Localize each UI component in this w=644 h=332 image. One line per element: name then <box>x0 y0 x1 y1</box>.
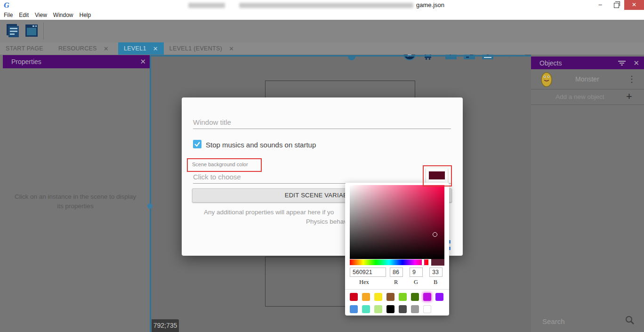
restore-button[interactable] <box>609 0 623 10</box>
field-underline <box>193 129 451 129</box>
preset-swatch[interactable] <box>423 293 431 301</box>
current-color-swatch <box>431 259 444 266</box>
g-label: G <box>414 279 418 286</box>
menu-edit[interactable]: Edit <box>19 12 34 18</box>
g-input[interactable] <box>410 267 423 277</box>
preset-swatch[interactable] <box>374 305 382 313</box>
tab-level1-events[interactable]: LEVEL1 (EVENTS)✕ <box>164 42 240 55</box>
preset-swatch[interactable] <box>350 305 358 313</box>
annotation-box-scene-bg-label <box>187 158 262 172</box>
canvas-top-guide <box>151 55 531 57</box>
tab-level1[interactable]: LEVEL1✕ <box>118 42 164 55</box>
preset-swatch[interactable] <box>386 293 394 301</box>
title-filename: game.json <box>416 1 444 8</box>
restore-icon <box>614 3 619 8</box>
b-input[interactable] <box>429 267 443 277</box>
redacted-title-path <box>239 3 413 8</box>
click-to-choose-field[interactable]: Click to choose <box>193 173 241 181</box>
menu-view[interactable]: View <box>35 12 52 18</box>
saturation-area[interactable] <box>350 185 444 259</box>
saturation-cursor[interactable] <box>433 232 437 237</box>
objects-search-field[interactable]: Search <box>531 311 644 332</box>
kebab-menu-icon[interactable]: ⋮ <box>628 73 636 86</box>
gdevelop-logo-icon: G <box>3 1 12 9</box>
r-input[interactable] <box>390 267 403 277</box>
stop-music-checkbox[interactable] <box>193 140 201 148</box>
monster-thumbnail-icon <box>540 71 553 87</box>
tab-resources[interactable]: RESOURCES✕ <box>53 42 114 55</box>
tab-bar: START PAGE RESOURCES✕ LEVEL1✕ LEVEL1 (EV… <box>0 42 644 55</box>
close-window-button[interactable]: ✕ <box>624 0 644 10</box>
preset-swatch[interactable] <box>350 293 358 301</box>
project-manager-icon[interactable] <box>5 23 21 39</box>
preset-swatch[interactable] <box>411 293 419 301</box>
properties-panel-header: Properties ✕ <box>3 55 151 68</box>
cursor-coordinates-badge: 792;735 <box>152 319 179 332</box>
object-name: Monster <box>575 75 599 83</box>
start-page-icon[interactable] <box>24 23 40 39</box>
properties-panel-title: Properties <box>11 58 41 65</box>
plus-icon: + <box>626 90 632 103</box>
preset-swatch[interactable] <box>399 293 407 301</box>
menu-help[interactable]: Help <box>80 12 97 18</box>
filter-icon[interactable] <box>618 60 626 66</box>
object-row-monster[interactable]: Monster ⋮ <box>531 69 644 89</box>
objects-panel-header: Objects ✕ <box>531 57 644 69</box>
guide-handle-left[interactable] <box>147 203 153 209</box>
preset-swatch[interactable] <box>399 305 407 313</box>
tab-close-icon[interactable]: ✕ <box>229 45 234 52</box>
preset-swatch[interactable] <box>435 293 443 301</box>
objects-panel-title: Objects <box>539 59 562 67</box>
hue-slider[interactable] <box>350 259 428 265</box>
tab-close-icon[interactable]: ✕ <box>104 45 109 52</box>
color-picker-popup: Hex R G B <box>345 183 449 316</box>
preset-swatches <box>350 293 446 313</box>
preset-swatch[interactable] <box>362 293 370 301</box>
add-object-row[interactable]: Add a new object + <box>531 89 644 105</box>
title-bar: G game.json – ✕ <box>0 0 644 11</box>
hex-label: Hex <box>359 279 369 286</box>
preset-swatch[interactable] <box>374 293 382 301</box>
tab-start-page[interactable]: START PAGE <box>0 42 49 55</box>
annotation-box-color-swatch <box>423 165 452 186</box>
menu-bar: File Edit View Window Help <box>0 10 644 20</box>
minimize-button[interactable]: – <box>593 0 607 10</box>
canvas-left-guide <box>150 55 151 332</box>
toolbar: 1:1 <box>0 20 644 42</box>
r-label: R <box>394 279 398 286</box>
preset-swatch[interactable] <box>411 305 419 313</box>
properties-hint: Click on an instance in the scene to dis… <box>0 192 151 211</box>
close-icon[interactable]: ✕ <box>140 57 146 66</box>
hex-input[interactable] <box>350 267 386 277</box>
dialog-caption-line1: Any additional properties will appear he… <box>204 209 334 216</box>
close-icon[interactable]: ✕ <box>633 59 639 67</box>
tab-close-icon[interactable]: ✕ <box>153 45 158 52</box>
guide-handle-top[interactable] <box>348 57 355 60</box>
menu-window[interactable]: Window <box>53 12 79 18</box>
properties-panel: Properties ✕ Click on an instance in the… <box>0 55 151 332</box>
window-title-field[interactable]: Window title <box>193 118 231 126</box>
hue-slider-handle[interactable] <box>422 259 424 266</box>
preset-swatch[interactable] <box>362 305 370 313</box>
objects-panel: Objects ✕ Monster ⋮ Add a new object + S… <box>531 55 644 332</box>
add-object-label: Add a new object <box>555 93 604 100</box>
search-icon <box>625 316 635 325</box>
preset-swatch[interactable] <box>423 305 431 313</box>
redacted-title-text <box>188 3 225 8</box>
picker-divider <box>345 289 449 290</box>
stop-music-label: Stop musics and sounds on startup <box>206 141 316 149</box>
b-label: B <box>434 279 437 286</box>
search-placeholder: Search <box>542 317 565 325</box>
menu-file[interactable]: File <box>4 12 18 18</box>
preset-swatch[interactable] <box>386 305 394 313</box>
